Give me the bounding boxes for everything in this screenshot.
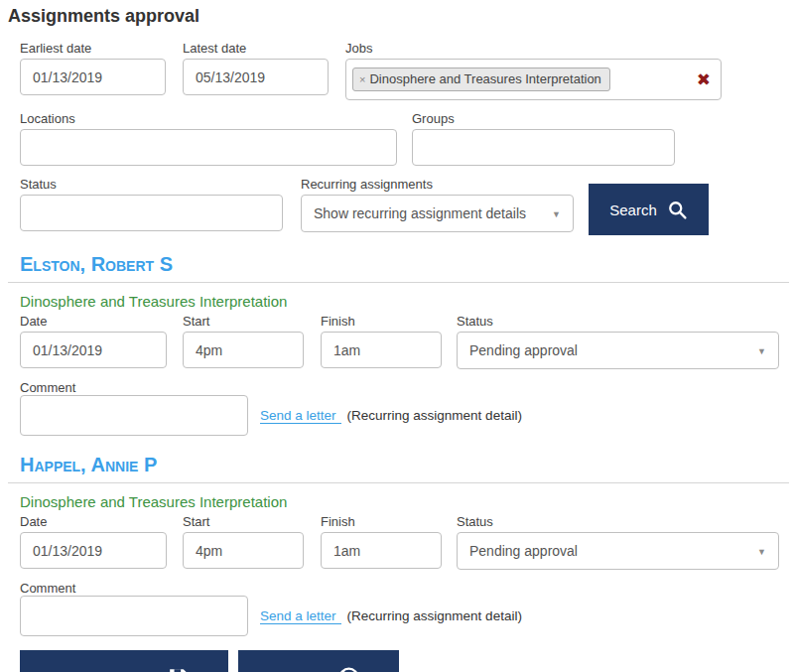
finish-field-group: Finish xyxy=(321,514,442,569)
date-input[interactable] xyxy=(20,532,167,569)
status-field-group: Status xyxy=(20,177,283,231)
status-select[interactable]: Pending approval ▼ xyxy=(457,532,779,570)
jobs-tag: ×Dinosphere and Treasures Interpretation xyxy=(352,67,610,91)
filter-row-dates-jobs: Earliest date Latest date Jobs ×Dinosphe… xyxy=(20,41,794,100)
recurring-field-group: Recurring assignments Show recurring ass… xyxy=(301,177,574,232)
finish-label: Finish xyxy=(321,514,442,529)
start-field-group: Start xyxy=(183,514,304,569)
groups-field-group: Groups xyxy=(412,111,675,166)
job-title: Dinosphere and Treasures Interpretation xyxy=(20,293,794,310)
status-selected-value: Pending approval xyxy=(469,342,578,358)
jobs-label: Jobs xyxy=(345,41,722,56)
earliest-date-input[interactable] xyxy=(20,59,166,95)
status-filter-label: Status xyxy=(20,177,283,192)
search-icon xyxy=(667,200,688,220)
earliest-date-field-group: Earliest date xyxy=(20,41,166,95)
cancel-icon xyxy=(337,666,360,672)
status-label: Status xyxy=(457,514,779,529)
tag-remove-icon[interactable]: × xyxy=(359,73,365,85)
finish-label: Finish xyxy=(321,314,442,329)
date-label: Date xyxy=(20,514,167,529)
groups-label: Groups xyxy=(412,111,675,126)
comment-label: Comment xyxy=(20,581,75,596)
earliest-date-label: Earliest date xyxy=(20,41,166,56)
recurring-detail-note: (Recurring assignment detail) xyxy=(347,408,522,423)
chevron-down-icon: ▼ xyxy=(552,209,561,219)
start-field-group: Start xyxy=(183,314,304,368)
save-icon xyxy=(168,667,189,672)
jobs-clear-icon[interactable]: ✖ xyxy=(697,71,711,88)
date-field-group: Date xyxy=(20,314,167,368)
latest-date-input[interactable] xyxy=(183,59,329,95)
filter-row-locations-groups: Locations Groups xyxy=(20,111,794,166)
filter-form: Earliest date Latest date Jobs ×Dinosphe… xyxy=(20,41,794,235)
jobs-multiselect[interactable]: ×Dinosphere and Treasures Interpretation… xyxy=(345,59,722,100)
finish-input[interactable] xyxy=(321,532,442,569)
comment-input[interactable] xyxy=(20,596,248,636)
recurring-assignments-select[interactable]: Show recurring assignment details ▼ xyxy=(301,195,574,232)
status-selected-value: Pending approval xyxy=(469,543,578,559)
latest-date-field-group: Latest date xyxy=(183,41,329,95)
recurring-detail-note: (Recurring assignment detail) xyxy=(347,608,522,623)
save-changes-button[interactable]: Save changes xyxy=(20,650,228,672)
assignment-section: Happel, Annie P Dinosphere and Treasures… xyxy=(0,454,794,636)
status-label: Status xyxy=(457,314,779,329)
status-field-group: Status Pending approval ▼ xyxy=(457,314,779,369)
comment-label: Comment xyxy=(20,380,75,395)
comment-field-group: Comment Send a letter (Recurring assignm… xyxy=(20,581,794,636)
search-button-label: Search xyxy=(609,202,657,218)
recurring-assignments-label: Recurring assignments xyxy=(301,177,574,192)
assignment-fields-row: Date Start Finish Status Pending approva… xyxy=(20,514,794,570)
send-letter-link[interactable]: Send a letter xyxy=(260,608,341,624)
start-input[interactable] xyxy=(183,332,304,368)
start-label: Start xyxy=(183,314,304,329)
person-name-heading: Happel, Annie P xyxy=(8,454,789,483)
job-title: Dinosphere and Treasures Interpretation xyxy=(20,493,794,510)
send-letter-link[interactable]: Send a letter xyxy=(260,408,341,424)
status-select[interactable]: Pending approval ▼ xyxy=(457,332,779,369)
person-name-heading: Elston, Robert S xyxy=(8,253,789,283)
assignment-fields-row: Date Start Finish Status Pending approva… xyxy=(20,314,794,369)
latest-date-label: Latest date xyxy=(183,41,329,56)
jobs-tag-label: Dinosphere and Treasures Interpretation xyxy=(369,71,600,86)
finish-field-group: Finish xyxy=(321,314,442,368)
form-actions: Save changes Cancel xyxy=(20,650,794,672)
cancel-button[interactable]: Cancel xyxy=(238,650,399,672)
comment-input[interactable] xyxy=(20,395,248,436)
groups-input[interactable] xyxy=(412,129,675,166)
locations-field-group: Locations xyxy=(20,111,397,166)
locations-label: Locations xyxy=(20,111,397,126)
recurring-assignments-selected-value: Show recurring assignment details xyxy=(314,205,526,221)
filter-row-status-search: Status Recurring assignments Show recurr… xyxy=(20,177,794,235)
chevron-down-icon: ▼ xyxy=(757,346,766,356)
assignment-section: Elston, Robert S Dinosphere and Treasure… xyxy=(0,253,794,436)
comment-field-group: Comment Send a letter (Recurring assignm… xyxy=(20,380,794,436)
start-input[interactable] xyxy=(183,532,304,569)
date-field-group: Date xyxy=(20,514,167,569)
date-input[interactable] xyxy=(20,332,167,368)
finish-input[interactable] xyxy=(321,332,442,368)
page-title: Assignments approval xyxy=(8,6,794,27)
locations-input[interactable] xyxy=(20,129,397,166)
cancel-label: Cancel xyxy=(277,669,324,672)
start-label: Start xyxy=(183,514,304,529)
status-field-group: Status Pending approval ▼ xyxy=(457,514,779,570)
search-button[interactable]: Search xyxy=(589,184,709,235)
chevron-down-icon: ▼ xyxy=(757,547,766,557)
save-changes-label: Save changes xyxy=(60,669,154,672)
date-label: Date xyxy=(20,314,167,329)
status-filter-input[interactable] xyxy=(20,195,283,231)
jobs-field-group: Jobs ×Dinosphere and Treasures Interpret… xyxy=(345,41,722,100)
